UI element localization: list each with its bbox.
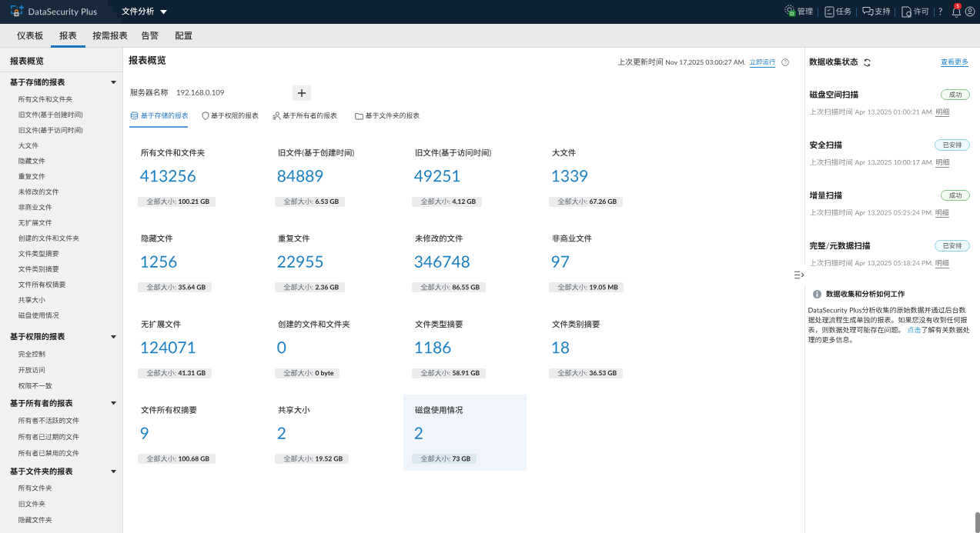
svg-text:?: ? xyxy=(784,59,787,65)
